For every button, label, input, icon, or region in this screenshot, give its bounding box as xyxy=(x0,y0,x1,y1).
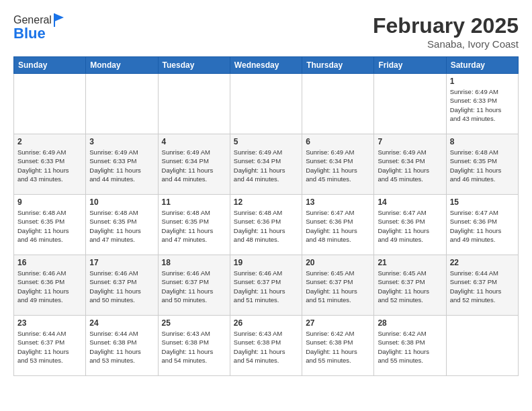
logo: General Blue xyxy=(13,13,65,42)
calendar-cell xyxy=(446,316,518,376)
day-number: 13 xyxy=(306,197,370,207)
calendar-cell: 8Sunrise: 6:48 AM Sunset: 6:35 PM Daylig… xyxy=(446,134,518,195)
day-info: Sunrise: 6:46 AM Sunset: 6:36 PM Dayligh… xyxy=(17,269,82,304)
calendar-cell xyxy=(374,74,446,134)
calendar-cell: 23Sunrise: 6:44 AM Sunset: 6:37 PM Dayli… xyxy=(14,316,86,376)
day-number: 24 xyxy=(89,318,154,328)
day-number: 19 xyxy=(234,258,298,267)
page-header: General Blue February 2025 Sanaba, Ivory… xyxy=(13,13,519,50)
day-number: 20 xyxy=(306,258,370,267)
day-info: Sunrise: 6:46 AM Sunset: 6:37 PM Dayligh… xyxy=(234,269,298,304)
day-number: 25 xyxy=(162,318,226,328)
day-number: 8 xyxy=(450,137,515,146)
logo-blue-text: Blue xyxy=(13,26,65,42)
day-info: Sunrise: 6:47 AM Sunset: 6:36 PM Dayligh… xyxy=(306,208,370,244)
calendar-week-3: 9Sunrise: 6:48 AM Sunset: 6:35 PM Daylig… xyxy=(14,195,519,255)
dow-header-sunday: Sunday xyxy=(14,57,86,74)
day-number: 6 xyxy=(306,137,370,146)
day-number: 28 xyxy=(378,318,442,328)
day-number: 22 xyxy=(450,258,515,267)
day-info: Sunrise: 6:42 AM Sunset: 6:38 PM Dayligh… xyxy=(306,329,370,365)
day-info: Sunrise: 6:48 AM Sunset: 6:35 PM Dayligh… xyxy=(450,148,515,183)
calendar-cell: 7Sunrise: 6:49 AM Sunset: 6:34 PM Daylig… xyxy=(374,134,446,195)
day-info: Sunrise: 6:45 AM Sunset: 6:37 PM Dayligh… xyxy=(378,269,442,304)
day-number: 23 xyxy=(17,318,82,328)
day-number: 9 xyxy=(17,197,82,207)
day-number: 26 xyxy=(234,318,298,328)
calendar-cell: 18Sunrise: 6:46 AM Sunset: 6:37 PM Dayli… xyxy=(158,255,230,316)
calendar-cell xyxy=(158,74,230,134)
calendar-cell: 27Sunrise: 6:42 AM Sunset: 6:38 PM Dayli… xyxy=(302,316,374,376)
calendar-cell: 20Sunrise: 6:45 AM Sunset: 6:37 PM Dayli… xyxy=(302,255,374,316)
calendar-cell: 26Sunrise: 6:43 AM Sunset: 6:38 PM Dayli… xyxy=(230,316,302,376)
calendar-week-4: 16Sunrise: 6:46 AM Sunset: 6:36 PM Dayli… xyxy=(14,255,519,316)
day-number: 17 xyxy=(89,258,154,267)
calendar-cell: 16Sunrise: 6:46 AM Sunset: 6:36 PM Dayli… xyxy=(14,255,86,316)
day-info: Sunrise: 6:44 AM Sunset: 6:37 PM Dayligh… xyxy=(450,269,515,304)
day-number: 3 xyxy=(89,137,154,146)
month-title: February 2025 xyxy=(373,13,519,38)
calendar-cell: 12Sunrise: 6:48 AM Sunset: 6:36 PM Dayli… xyxy=(230,195,302,255)
day-info: Sunrise: 6:48 AM Sunset: 6:36 PM Dayligh… xyxy=(234,208,298,244)
calendar-cell: 28Sunrise: 6:42 AM Sunset: 6:38 PM Dayli… xyxy=(374,316,446,376)
location-subtitle: Sanaba, Ivory Coast xyxy=(373,38,519,50)
day-info: Sunrise: 6:47 AM Sunset: 6:36 PM Dayligh… xyxy=(450,208,515,244)
calendar-cell: 21Sunrise: 6:45 AM Sunset: 6:37 PM Dayli… xyxy=(374,255,446,316)
dow-header-thursday: Thursday xyxy=(302,57,374,74)
day-info: Sunrise: 6:49 AM Sunset: 6:34 PM Dayligh… xyxy=(378,148,442,183)
calendar-cell: 15Sunrise: 6:47 AM Sunset: 6:36 PM Dayli… xyxy=(446,195,518,255)
svg-marker-0 xyxy=(54,13,64,21)
dow-header-monday: Monday xyxy=(86,57,158,74)
day-number: 15 xyxy=(450,197,515,207)
day-info: Sunrise: 6:49 AM Sunset: 6:34 PM Dayligh… xyxy=(234,148,298,183)
calendar-cell: 13Sunrise: 6:47 AM Sunset: 6:36 PM Dayli… xyxy=(302,195,374,255)
calendar-cell: 5Sunrise: 6:49 AM Sunset: 6:34 PM Daylig… xyxy=(230,134,302,195)
calendar-cell: 17Sunrise: 6:46 AM Sunset: 6:37 PM Dayli… xyxy=(86,255,158,316)
day-info: Sunrise: 6:49 AM Sunset: 6:33 PM Dayligh… xyxy=(17,148,82,183)
day-number: 18 xyxy=(162,258,226,267)
day-number: 7 xyxy=(378,137,442,146)
calendar-week-5: 23Sunrise: 6:44 AM Sunset: 6:37 PM Dayli… xyxy=(14,316,519,376)
day-number: 11 xyxy=(162,197,226,207)
day-info: Sunrise: 6:43 AM Sunset: 6:38 PM Dayligh… xyxy=(234,329,298,365)
calendar-table: SundayMondayTuesdayWednesdayThursdayFrid… xyxy=(13,56,519,376)
day-info: Sunrise: 6:46 AM Sunset: 6:37 PM Dayligh… xyxy=(162,269,226,304)
calendar-cell: 1Sunrise: 6:49 AM Sunset: 6:33 PM Daylig… xyxy=(446,74,518,134)
day-number: 21 xyxy=(378,258,442,267)
calendar-cell: 6Sunrise: 6:49 AM Sunset: 6:34 PM Daylig… xyxy=(302,134,374,195)
calendar-cell: 9Sunrise: 6:48 AM Sunset: 6:35 PM Daylig… xyxy=(14,195,86,255)
calendar-cell: 3Sunrise: 6:49 AM Sunset: 6:33 PM Daylig… xyxy=(86,134,158,195)
title-block: February 2025 Sanaba, Ivory Coast xyxy=(373,13,519,50)
calendar-cell xyxy=(302,74,374,134)
day-info: Sunrise: 6:44 AM Sunset: 6:38 PM Dayligh… xyxy=(89,329,154,365)
day-number: 5 xyxy=(234,137,298,146)
day-info: Sunrise: 6:43 AM Sunset: 6:38 PM Dayligh… xyxy=(162,329,226,365)
day-info: Sunrise: 6:48 AM Sunset: 6:35 PM Dayligh… xyxy=(162,208,226,244)
dow-header-wednesday: Wednesday xyxy=(230,57,302,74)
calendar-cell: 22Sunrise: 6:44 AM Sunset: 6:37 PM Dayli… xyxy=(446,255,518,316)
calendar-cell: 4Sunrise: 6:49 AM Sunset: 6:34 PM Daylig… xyxy=(158,134,230,195)
calendar-cell: 14Sunrise: 6:47 AM Sunset: 6:36 PM Dayli… xyxy=(374,195,446,255)
day-number: 14 xyxy=(378,197,442,207)
day-info: Sunrise: 6:49 AM Sunset: 6:34 PM Dayligh… xyxy=(306,148,370,183)
day-number: 4 xyxy=(162,137,226,146)
logo-flag-icon xyxy=(53,13,65,27)
calendar-cell: 24Sunrise: 6:44 AM Sunset: 6:38 PM Dayli… xyxy=(86,316,158,376)
calendar-week-1: 1Sunrise: 6:49 AM Sunset: 6:33 PM Daylig… xyxy=(14,74,519,134)
day-number: 2 xyxy=(17,137,82,146)
day-number: 16 xyxy=(17,258,82,267)
dow-header-friday: Friday xyxy=(374,57,446,74)
day-number: 1 xyxy=(450,77,515,86)
calendar-cell: 19Sunrise: 6:46 AM Sunset: 6:37 PM Dayli… xyxy=(230,255,302,316)
calendar-cell: 2Sunrise: 6:49 AM Sunset: 6:33 PM Daylig… xyxy=(14,134,86,195)
calendar-cell: 10Sunrise: 6:48 AM Sunset: 6:35 PM Dayli… xyxy=(86,195,158,255)
dow-header-saturday: Saturday xyxy=(446,57,518,74)
calendar-cell: 11Sunrise: 6:48 AM Sunset: 6:35 PM Dayli… xyxy=(158,195,230,255)
day-info: Sunrise: 6:49 AM Sunset: 6:33 PM Dayligh… xyxy=(89,148,154,183)
day-number: 10 xyxy=(89,197,154,207)
dow-header-tuesday: Tuesday xyxy=(158,57,230,74)
calendar-cell: 25Sunrise: 6:43 AM Sunset: 6:38 PM Dayli… xyxy=(158,316,230,376)
day-number: 27 xyxy=(306,318,370,328)
calendar-week-2: 2Sunrise: 6:49 AM Sunset: 6:33 PM Daylig… xyxy=(14,134,519,195)
day-info: Sunrise: 6:45 AM Sunset: 6:37 PM Dayligh… xyxy=(306,269,370,304)
